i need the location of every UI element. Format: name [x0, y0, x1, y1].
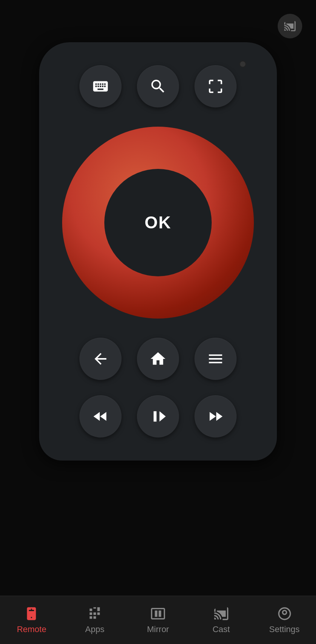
nav-item-cast[interactable]: Cast [189, 606, 253, 634]
menu-icon [207, 350, 224, 368]
menu-button[interactable] [194, 338, 237, 380]
home-icon [149, 350, 167, 368]
keyboard-button[interactable] [79, 65, 122, 107]
nav-label-cast: Cast [212, 624, 230, 634]
dpad-container: OK [62, 127, 254, 319]
nav-item-remote[interactable]: Remote [0, 606, 63, 634]
ok-button[interactable]: OK [104, 169, 212, 276]
top-button-row [79, 65, 237, 107]
media-button-row [79, 395, 237, 438]
apps-nav-icon [87, 606, 102, 621]
nav-label-settings: Settings [269, 624, 300, 634]
nav-label-mirror: Mirror [147, 624, 169, 634]
bottom-nav: Remote Apps Mirror Cast Settings [0, 596, 316, 644]
rewind-icon [92, 408, 109, 425]
remote-nav-icon [24, 606, 39, 621]
play-pause-button[interactable] [137, 395, 179, 438]
home-button[interactable] [137, 338, 179, 380]
rewind-button[interactable] [79, 395, 122, 438]
cast-icon [284, 20, 296, 32]
nav-button-row [79, 338, 237, 380]
remote-body: OK [39, 42, 277, 461]
screen-fit-icon [207, 78, 224, 95]
nav-item-mirror[interactable]: Mirror [127, 606, 190, 634]
back-button[interactable] [79, 338, 122, 380]
search-icon [149, 78, 167, 95]
search-button[interactable] [137, 65, 179, 107]
nav-item-settings[interactable]: Settings [253, 606, 316, 634]
settings-nav-icon [277, 606, 292, 621]
fast-forward-button[interactable] [194, 395, 237, 438]
nav-item-apps[interactable]: Apps [63, 606, 127, 634]
nav-label-apps: Apps [85, 624, 104, 634]
ok-label: OK [145, 213, 171, 232]
mirror-nav-icon [150, 606, 166, 621]
keyboard-icon [92, 78, 109, 95]
screen-fit-button[interactable] [194, 65, 237, 107]
nav-label-remote: Remote [17, 624, 46, 634]
cast-top-button[interactable] [278, 14, 302, 38]
fast-forward-icon [207, 408, 224, 425]
play-pause-icon [149, 408, 167, 425]
back-icon [92, 350, 109, 368]
cast-nav-icon [214, 606, 229, 621]
led-indicator [239, 61, 246, 68]
dpad-ring[interactable]: OK [62, 127, 254, 319]
